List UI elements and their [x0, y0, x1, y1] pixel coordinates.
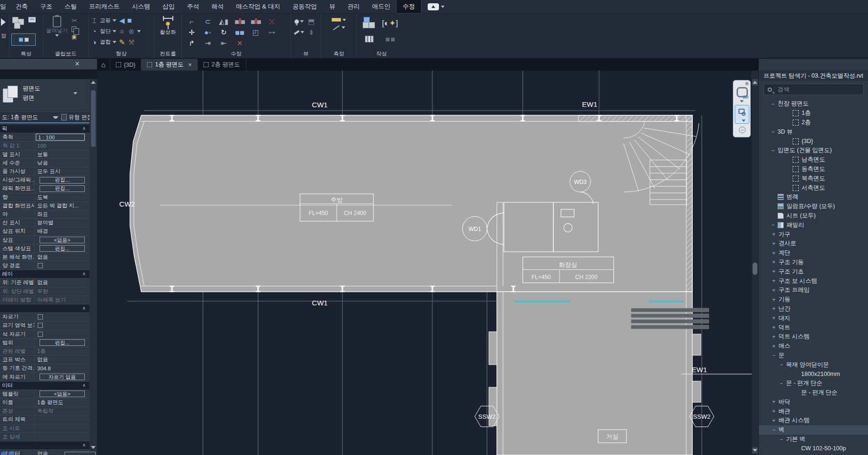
copy-elements-icon[interactable]: ●◦: [204, 29, 211, 36]
property-row[interactable]: 조 상세: [0, 433, 89, 441]
tree-item[interactable]: 서측면도: [759, 183, 868, 192]
media-menu-button[interactable]: [428, 3, 445, 10]
split-icon[interactable]: [235, 17, 245, 26]
tree-item[interactable]: + 기둥: [759, 295, 868, 304]
tree-item[interactable]: − 3D 뷰: [759, 127, 868, 136]
expand-icon[interactable]: −: [770, 222, 776, 228]
tree-item[interactable]: + 구조 보 시스템: [759, 276, 868, 286]
shear-wall-tag[interactable]: SSW2: [479, 413, 496, 420]
property-checkbox[interactable]: [38, 323, 43, 328]
upper-wing-floor[interactable]: [130, 115, 692, 292]
property-value[interactable]: 좌표: [35, 211, 48, 218]
property-value[interactable]: 분야별: [35, 219, 54, 226]
expand-icon[interactable]: +: [771, 315, 777, 321]
property-row[interactable]: 코프 박스 없음: [0, 356, 89, 364]
wall-tag[interactable]: CW1: [312, 299, 327, 307]
create-parts-icon[interactable]: [386, 35, 395, 43]
property-row[interactable]: 양 경로: [0, 262, 89, 270]
tree-item[interactable]: − 천장 평면도: [759, 99, 868, 109]
property-row[interactable]: 품 가시성 모두 표시: [0, 168, 89, 176]
property-row[interactable]: ∧: [0, 441, 89, 450]
menu-item[interactable]: 프리캐스트: [83, 0, 126, 13]
mirror-icon[interactable]: ◭▮: [219, 18, 228, 25]
property-row[interactable]: 축척 1 : 100: [0, 133, 89, 142]
tree-item[interactable]: − 패밀리: [759, 220, 868, 230]
tree-item[interactable]: − 입면도 (건물 입면도): [759, 146, 868, 155]
offset-icon[interactable]: ⊂: [205, 18, 211, 25]
close-tab-icon[interactable]: ×: [188, 62, 192, 68]
chevron-down-icon[interactable]: [53, 116, 58, 119]
expand-icon[interactable]: −: [770, 128, 776, 135]
coping-button[interactable]: 코핑: [100, 17, 111, 24]
property-checkbox[interactable]: [38, 332, 43, 337]
menu-item[interactable]: 시스템: [126, 0, 156, 13]
chevron-down-icon[interactable]: [73, 92, 77, 95]
view-tab[interactable]: {3D}: [110, 59, 141, 71]
cut-icon[interactable]: ✂: [72, 17, 78, 24]
property-value[interactable]: 304.8: [35, 366, 51, 371]
tree-item[interactable]: CW 102-50-100p: [759, 444, 868, 453]
blue-panel-icon[interactable]: [128, 19, 131, 23]
collapse-circle-icon[interactable]: −: [739, 127, 746, 133]
match-type-icon[interactable]: ▣: [72, 34, 78, 40]
tree-item[interactable]: + 매스: [759, 342, 868, 351]
tree-item[interactable]: 남측면도: [759, 155, 868, 165]
expand-icon[interactable]: +: [771, 278, 777, 284]
property-button[interactable]: <없음>: [40, 237, 85, 243]
zoom-region-button[interactable]: [735, 105, 749, 124]
scroll-down-button[interactable]: [752, 447, 758, 454]
create-assembly-icon[interactable]: [365, 36, 373, 42]
property-row[interactable]: 조 시트: [0, 424, 89, 433]
apply-button[interactable]: 적용: [65, 452, 96, 455]
type-selector-value[interactable]: 도: 1층 평면도: [0, 113, 53, 121]
type-preview-header[interactable]: 평면도 평면: [0, 79, 89, 112]
property-row[interactable]: 상표 위치 배경: [0, 227, 89, 236]
clipped-menu-item[interactable]: 일: [0, 2, 7, 11]
scrollbar-thumb[interactable]: [91, 90, 96, 147]
property-row[interactable]: 존성 독립적: [0, 407, 89, 415]
tree-item[interactable]: 2층: [759, 118, 868, 128]
property-value[interactable]: 없음: [35, 450, 48, 455]
tree-item[interactable]: + 가구: [759, 230, 868, 239]
steering-wheel-2d-icon[interactable]: [737, 87, 748, 97]
property-value[interactable]: 낮음: [35, 160, 48, 167]
expand-icon[interactable]: +: [771, 240, 777, 247]
tree-item[interactable]: + 구조 기초: [759, 267, 868, 276]
property-button[interactable]: <없음>: [40, 391, 85, 397]
scroll-down-icon[interactable]: [91, 446, 96, 449]
expand-icon[interactable]: +: [771, 324, 777, 331]
property-row[interactable]: 관된 레벨 1층: [0, 347, 89, 356]
tree-item[interactable]: − 기본 벽: [759, 435, 868, 444]
property-value[interactable]: 없음: [35, 279, 48, 286]
expand-icon[interactable]: +: [771, 287, 777, 294]
expand-icon[interactable]: +: [771, 250, 777, 256]
menu-item[interactable]: 매스작업 & 대지: [230, 0, 286, 13]
property-button[interactable]: 편집...: [40, 245, 85, 252]
tree-item[interactable]: + 바닥: [759, 398, 868, 407]
property-value[interactable]: 독립적: [35, 407, 54, 415]
property-value[interactable]: 모두 표시: [35, 168, 60, 175]
property-value[interactable]: 무한: [35, 288, 48, 295]
expand-icon[interactable]: −: [779, 380, 784, 387]
expand-icon[interactable]: +: [771, 408, 777, 415]
scroll-up-icon[interactable]: [91, 81, 96, 84]
expand-icon[interactable]: +: [771, 334, 777, 340]
move-icon[interactable]: ✛: [189, 29, 195, 36]
paste-button[interactable]: 붙여넣기: [46, 16, 68, 40]
drawing-canvas[interactable]: 주방 FL+450 CH 2400 화장실 FL+450 CH 2200 거실 …: [97, 71, 752, 455]
property-row[interactable]: 등 기호 간격... 304.8: [0, 364, 89, 373]
close-icon[interactable]: ✕: [73, 60, 81, 67]
property-row[interactable]: 선 표시 분야별: [0, 219, 89, 227]
wall-tag[interactable]: CW1: [312, 101, 327, 109]
property-row[interactable]: 이터∧: [0, 382, 89, 390]
property-value[interactable]: 1층 평면도: [35, 399, 64, 406]
property-value[interactable]: 1층: [35, 348, 46, 355]
linework-button[interactable]: [294, 31, 304, 33]
trim-corner-icon[interactable]: ⇥: [205, 40, 211, 47]
property-row[interactable]: 시성/그래픽 ... 편집...: [0, 176, 89, 184]
home-button[interactable]: ⌂: [97, 59, 110, 71]
property-row[interactable]: 세 수준 낮음: [0, 159, 89, 168]
property-checkbox[interactable]: [38, 263, 43, 268]
property-row[interactable]: 자르기: [0, 313, 89, 321]
tree-item[interactable]: + 계단: [759, 248, 868, 258]
